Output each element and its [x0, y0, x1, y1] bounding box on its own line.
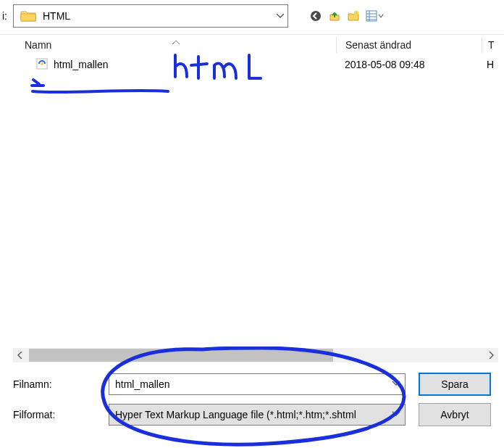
view-menu-icon[interactable] [365, 9, 385, 23]
save-button[interactable]: Spara [419, 373, 491, 396]
up-folder-icon[interactable] [327, 9, 342, 23]
new-folder-icon[interactable] [346, 9, 361, 23]
filename-input[interactable]: html_mallen [109, 373, 406, 395]
cancel-button-label: Avbryt [440, 409, 469, 420]
scroll-left-arrow[interactable] [13, 348, 28, 362]
back-icon[interactable] [308, 9, 323, 23]
path-dropdown-arrow[interactable] [272, 5, 287, 27]
sort-ascending-icon [172, 38, 180, 46]
save-form: Filnamn: html_mallen Spara Filformat: Hy… [0, 362, 504, 441]
path-toolbar: i: HTML [0, 0, 504, 35]
column-type-label: T [482, 39, 495, 51]
filename-value: html_mallen [115, 378, 169, 390]
file-row[interactable]: html_mallen 2018-05-08 09:48 H [13, 55, 504, 74]
scrollbar-thumb[interactable] [29, 349, 333, 362]
column-header-type[interactable]: T [482, 39, 497, 51]
file-name: html_mallen [54, 59, 108, 70]
horizontal-scrollbar[interactable] [13, 348, 498, 362]
toolbar-icons-group [294, 9, 385, 23]
folder-icon [18, 8, 38, 24]
column-header-modified[interactable]: Senast ändrad [337, 39, 482, 51]
path-combobox[interactable]: HTML [13, 4, 288, 28]
fileformat-select[interactable]: Hyper Text Markup Language file (*.html;… [109, 404, 406, 426]
column-modified-label: Senast ändrad [337, 39, 411, 51]
filename-label: Filnamn: [0, 378, 109, 390]
file-type-initial: H [487, 59, 494, 70]
fileformat-value: Hyper Text Markup Language file (*.html;… [115, 409, 356, 420]
file-modified: 2018-05-08 09:48 [345, 59, 425, 70]
fileformat-label: Filformat: [0, 409, 109, 420]
svg-point-0 [311, 11, 321, 21]
svg-point-8 [41, 62, 43, 65]
chevron-down-icon[interactable] [392, 409, 400, 419]
save-button-label: Spara [441, 378, 468, 390]
column-name-label: Namn [25, 39, 51, 51]
html-file-icon [36, 58, 49, 71]
path-folder-name: HTML [43, 10, 272, 22]
path-prefix-label: i: [0, 10, 7, 22]
column-header-name[interactable]: Namn [13, 39, 336, 51]
cancel-button[interactable]: Avbryt [419, 403, 491, 426]
file-list-pane: Namn Senast ändrad T html_mallen [0, 35, 504, 362]
scroll-right-arrow[interactable] [484, 348, 498, 362]
chevron-down-icon[interactable] [392, 378, 400, 389]
column-headers: Namn Senast ändrad T [13, 35, 504, 55]
